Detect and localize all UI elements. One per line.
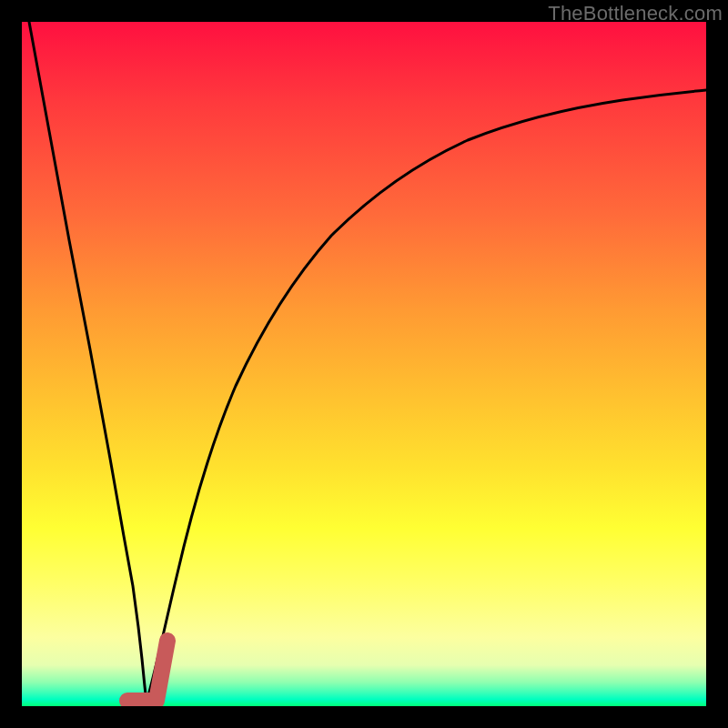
curve-right-branch <box>147 90 706 703</box>
minimum-marker <box>127 641 167 701</box>
chart-frame: TheBottleneck.com <box>0 0 728 728</box>
plot-area <box>22 22 706 706</box>
chart-svg <box>22 22 706 706</box>
curve-left-branch <box>29 22 147 703</box>
